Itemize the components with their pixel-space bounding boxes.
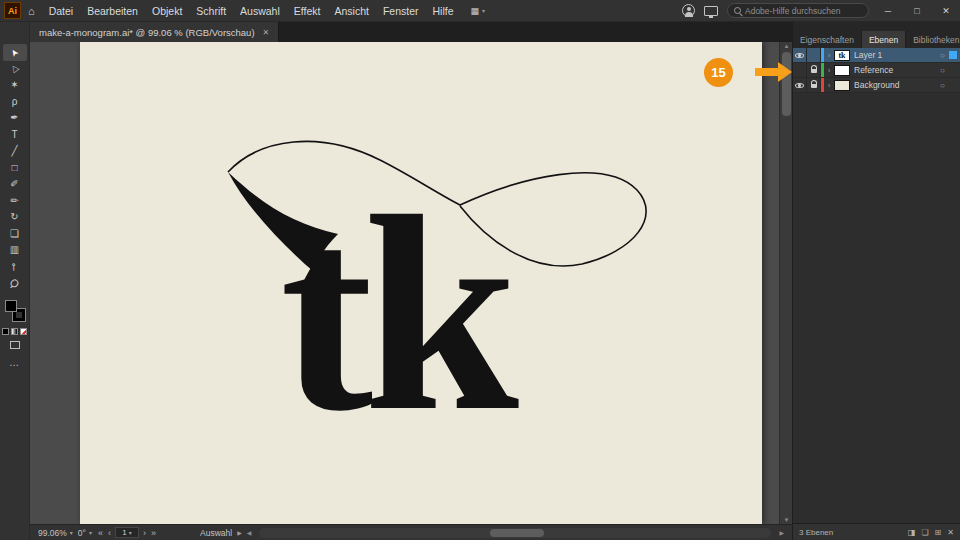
scale-tool[interactable]: ❏ — [3, 226, 27, 243]
artboard-number: 1 — [122, 528, 126, 537]
scroll-right-icon[interactable]: ▶ — [779, 529, 784, 536]
menu-auswahl[interactable]: Auswahl — [233, 0, 287, 22]
pencil-tool[interactable]: ✏ — [3, 193, 27, 210]
line-segment-tool[interactable]: ╱ — [3, 143, 27, 160]
tab-ebenen[interactable]: Ebenen — [862, 31, 906, 48]
expand-chevron-icon[interactable]: › — [824, 81, 834, 90]
gradient-tool[interactable]: ▥ — [3, 242, 27, 259]
new-sublayer-icon[interactable]: ❏ — [921, 528, 928, 537]
color-button[interactable] — [2, 328, 9, 335]
lasso-tool-icon: ρ — [12, 97, 18, 107]
none-button[interactable] — [20, 328, 27, 335]
pen-tool[interactable]: ✒ — [3, 110, 27, 127]
tab-bibliotheken[interactable]: Bibliotheken — [906, 31, 960, 48]
artboard[interactable]: tk — [80, 42, 762, 524]
rotation-dropdown[interactable]: 0° ▾ — [78, 528, 92, 538]
paintbrush-tool[interactable]: ✐ — [3, 176, 27, 193]
magic-wand-tool[interactable]: ✶ — [3, 77, 27, 94]
zoom-tool[interactable]: Ϙ — [3, 275, 27, 292]
selection-tool[interactable]: ➤ — [3, 44, 27, 61]
layer-name: Layer 1 — [850, 50, 936, 60]
status-flyout-icon[interactable]: ▶ — [237, 529, 242, 536]
direct-selection-tool[interactable]: ▷ — [3, 61, 27, 78]
visibility-toggle[interactable] — [793, 48, 807, 62]
selection-indicator[interactable] — [949, 81, 957, 89]
document-tab-title: make-a-monogram.ai* @ 99.06 % (RGB/Vorsc… — [39, 27, 255, 38]
help-search-box[interactable] — [727, 3, 869, 18]
scroll-up-icon[interactable]: ▲ — [780, 43, 792, 49]
artboard-number-field[interactable]: 1 ▾ — [115, 527, 139, 538]
edit-toolbar-ellipsis-icon[interactable]: … — [9, 357, 20, 368]
lock-toggle[interactable] — [807, 78, 821, 92]
scroll-left-icon[interactable]: ◀ — [247, 529, 252, 536]
delete-layer-icon[interactable]: ✕ — [947, 528, 954, 537]
visibility-toggle[interactable] — [793, 63, 807, 77]
horizontal-scrollbar[interactable] — [259, 528, 771, 538]
visibility-toggle[interactable] — [793, 78, 807, 92]
drawing-mode-icon[interactable] — [10, 341, 20, 349]
rotate-tool[interactable]: ↻ — [3, 209, 27, 226]
share-screen-icon[interactable] — [704, 6, 718, 16]
scale-tool-icon: ❏ — [10, 229, 19, 239]
help-search-input[interactable] — [745, 6, 862, 16]
chevron-down-icon: ▾ — [89, 529, 92, 536]
selection-indicator[interactable] — [949, 66, 957, 74]
home-icon[interactable]: ⌂ — [28, 5, 35, 17]
eyedropper-tool-icon: ⊸ — [9, 263, 19, 271]
target-circle-icon[interactable]: ○ — [936, 51, 949, 60]
menu-schrift[interactable]: Schrift — [189, 0, 233, 22]
expand-chevron-icon[interactable]: › — [824, 66, 834, 75]
layer-row-background[interactable]: › Background ○ — [793, 78, 960, 93]
layer-row-layer-1[interactable]: › tk Layer 1 ○ — [793, 48, 960, 63]
chevron-down-icon: ▾ — [129, 529, 132, 536]
rectangle-tool[interactable]: □ — [3, 160, 27, 177]
menu-datei[interactable]: Datei — [42, 0, 81, 22]
layer-row-reference[interactable]: › Reference ○ — [793, 63, 960, 78]
new-layer-icon[interactable]: ⊞ — [935, 528, 942, 537]
lasso-tool[interactable]: ρ — [3, 94, 27, 111]
selection-indicator[interactable] — [949, 51, 957, 59]
account-avatar-icon[interactable] — [682, 4, 695, 17]
gradient-tool-icon: ▥ — [10, 245, 19, 255]
last-artboard-button[interactable]: » — [150, 528, 157, 538]
menu-objekt[interactable]: Objekt — [145, 0, 189, 22]
lock-toggle[interactable] — [807, 63, 821, 77]
previous-artboard-button[interactable]: ‹ — [107, 528, 112, 538]
menu-bearbeiten[interactable]: Bearbeiten — [80, 0, 145, 22]
layer-thumbnail[interactable] — [834, 65, 850, 76]
menu-fenster[interactable]: Fenster — [376, 0, 426, 22]
eye-icon — [795, 83, 804, 88]
menu-ansicht[interactable]: Ansicht — [327, 0, 375, 22]
window-maximize-button[interactable]: □ — [907, 0, 927, 22]
layer-thumbnail[interactable]: tk — [834, 50, 850, 61]
lock-toggle[interactable] — [807, 48, 821, 62]
status-readout[interactable]: Auswahl — [200, 528, 232, 538]
workspace-switcher[interactable]: ▦ ▾ — [471, 6, 486, 16]
zoom-tool-icon: Ϙ — [8, 276, 22, 290]
document-tab[interactable]: make-a-monogram.ai* @ 99.06 % (RGB/Vorsc… — [30, 22, 279, 42]
eyedropper-tool[interactable]: ⊸ — [3, 259, 27, 276]
zoom-dropdown[interactable]: 99.06% ▾ — [38, 528, 73, 538]
menu-effekt[interactable]: Effekt — [287, 0, 328, 22]
window-minimize-button[interactable]: ─ — [878, 0, 898, 22]
layer-thumbnail[interactable] — [834, 80, 850, 91]
canvas-pasteboard[interactable]: tk ▲ ▼ — [30, 42, 792, 524]
rotation-value: 0° — [78, 528, 86, 538]
window-close-button[interactable]: ✕ — [936, 0, 956, 22]
menu-hilfe[interactable]: Hilfe — [426, 0, 461, 22]
make-clipping-mask-icon[interactable]: ◨ — [908, 528, 916, 537]
scroll-down-icon[interactable]: ▼ — [780, 517, 792, 523]
target-circle-icon[interactable]: ○ — [936, 81, 949, 90]
tab-close-icon[interactable]: ✕ — [263, 28, 270, 37]
tab-eigenschaften[interactable]: Eigenschaften — [793, 31, 862, 48]
fill-swatch[interactable] — [5, 300, 17, 312]
vertical-scrollbar[interactable]: ▲ ▼ — [779, 42, 792, 524]
next-artboard-button[interactable]: › — [142, 528, 147, 538]
search-icon — [734, 7, 741, 14]
expand-chevron-icon[interactable]: › — [824, 51, 834, 60]
horizontal-scrollbar-thumb[interactable] — [490, 529, 544, 537]
target-circle-icon[interactable]: ○ — [936, 66, 949, 75]
type-tool[interactable]: T — [3, 127, 27, 144]
gradient-button[interactable] — [11, 328, 18, 335]
first-artboard-button[interactable]: « — [97, 528, 104, 538]
